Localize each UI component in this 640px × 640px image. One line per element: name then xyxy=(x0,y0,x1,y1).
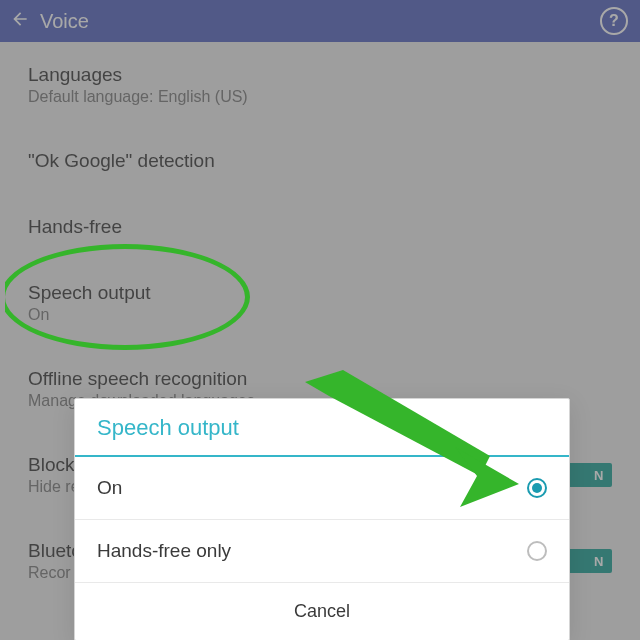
radio-button[interactable] xyxy=(527,478,547,498)
speech-output-dialog: Speech output On Hands-free only Cancel xyxy=(74,398,570,640)
option-label: On xyxy=(97,477,527,499)
option-label: Hands-free only xyxy=(97,540,527,562)
dialog-option-on[interactable]: On xyxy=(75,457,569,520)
dialog-title: Speech output xyxy=(75,399,569,455)
dialog-option-handsfree[interactable]: Hands-free only xyxy=(75,520,569,583)
annotation-ellipse xyxy=(0,244,250,350)
dialog-cancel-button[interactable]: Cancel xyxy=(75,583,569,640)
radio-button[interactable] xyxy=(527,541,547,561)
